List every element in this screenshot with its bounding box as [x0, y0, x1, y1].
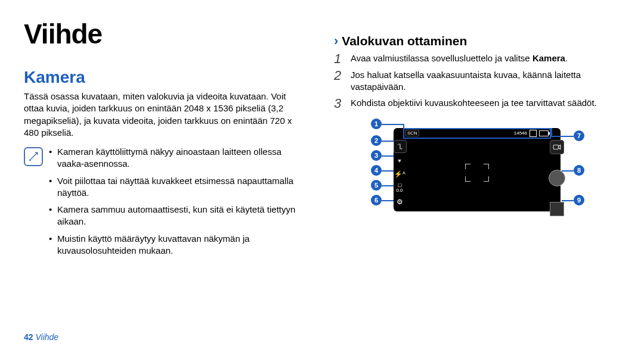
page-title: Viihde: [24, 18, 298, 50]
gallery-thumbnail-icon: [550, 202, 564, 216]
page-number: 42: [24, 332, 33, 342]
callout-lead: [382, 155, 394, 157]
callout-5: 5: [371, 180, 382, 191]
callout-lead: [551, 128, 552, 137]
callout-9: 9: [574, 195, 584, 205]
callout-8: 8: [574, 165, 584, 176]
camera-ui-figure: SCN 14546 ⚡ᴬ ☐0.0: [364, 117, 590, 219]
callout-lead: [403, 124, 404, 128]
camera-top-bar: SCN 14546: [403, 128, 551, 139]
callout-2: 2: [371, 135, 382, 146]
step-2: 2 Jos haluat katsella vaakasuuntaista ku…: [334, 69, 620, 94]
shutter-button-icon: [549, 170, 565, 186]
callout-4: 4: [371, 165, 382, 176]
callout-1: 1: [371, 119, 382, 129]
chevron-right-icon: ›: [334, 33, 338, 49]
step-3: 3 Kohdista objektiivi kuvauskohteeseen j…: [334, 97, 620, 110]
callout-lead: [562, 200, 574, 201]
step-number: 3: [334, 97, 345, 110]
callout-lead: [551, 136, 574, 137]
shots-remaining: 14546: [514, 130, 527, 136]
exposure-icon: ☐0.0: [394, 182, 405, 194]
step-number: 1: [334, 52, 345, 66]
arrow-indicator-icon: [394, 155, 405, 167]
note-item: Muistin käyttö määräytyy kuvattavan näky…: [49, 233, 298, 257]
footer-section-name: Viihde: [35, 332, 58, 342]
settings-gear-icon: ⚙: [394, 196, 405, 208]
focus-brackets-icon: [465, 164, 489, 182]
note-item: Voit piilottaa tai näyttää kuvakkeet ets…: [49, 175, 298, 200]
scene-mode-indicator: SCN: [405, 130, 419, 136]
callout-lead: [562, 170, 574, 172]
intro-text: Tässä osassa kuvataan, miten valokuvia j…: [24, 91, 298, 139]
callout-lead: [382, 124, 403, 125]
callout-lead: [382, 141, 394, 142]
step-text-after: .: [565, 53, 568, 63]
flash-icon: ⚡ᴬ: [394, 169, 405, 180]
camcorder-switch-icon: [550, 140, 564, 154]
svg-rect-0: [553, 145, 558, 149]
step-bold: Kamera: [532, 53, 565, 63]
callout-lead: [382, 185, 394, 186]
note-item: Kamera sammuu automaattisesti, kun sitä …: [49, 204, 298, 228]
mode-switch-icon: [394, 140, 407, 153]
sub-heading: Valokuvan ottaminen: [342, 34, 467, 48]
note-item: Kameran käyttöliittymä näkyy ainoastaan …: [49, 146, 298, 170]
note-icon: [24, 147, 43, 166]
step-number: 2: [334, 69, 345, 94]
callout-3: 3: [371, 150, 382, 161]
storage-icon: [530, 130, 537, 137]
step-1: 1 Avaa valmiustilassa sovellusluettelo j…: [334, 52, 620, 66]
callout-7: 7: [574, 130, 584, 141]
callout-lead: [382, 200, 394, 201]
battery-icon: [539, 130, 549, 136]
step-text: Avaa valmiustilassa sovellusluettelo ja …: [351, 53, 532, 63]
callout-lead: [382, 170, 394, 172]
section-heading-kamera: Kamera: [24, 68, 298, 87]
callout-6: 6: [371, 195, 382, 205]
page-footer: 42 Viihde: [24, 332, 58, 342]
step-text: Jos haluat katsella vaakasuuntaista kuva…: [351, 69, 620, 94]
note-list: Kameran käyttöliittymä näkyy ainoastaan …: [49, 146, 298, 261]
step-text: Kohdista objektiivi kuvauskohteeseen ja …: [351, 97, 597, 110]
